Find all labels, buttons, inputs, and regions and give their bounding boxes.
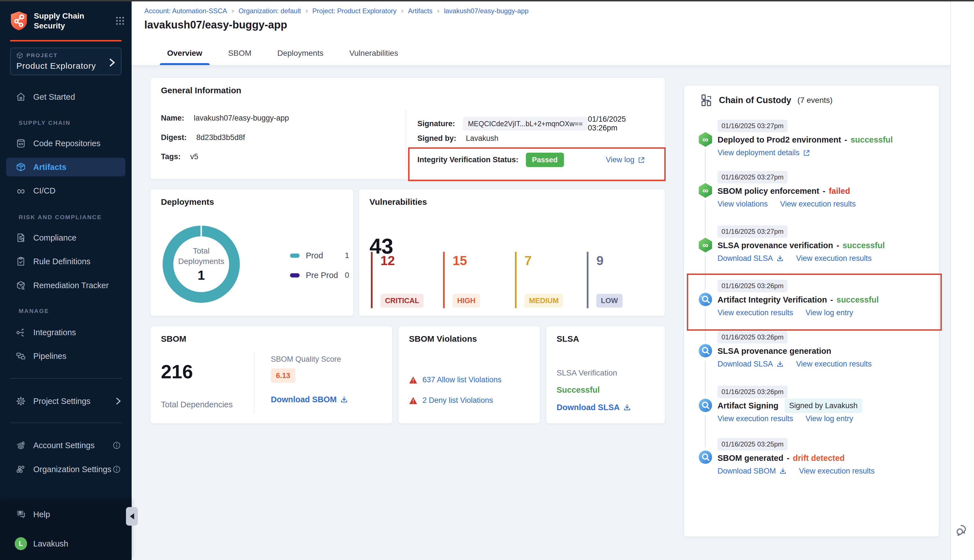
event-status: drift detected [793, 453, 845, 463]
right-rail [950, 2, 974, 560]
sbom-total-label: Total Dependencies [161, 400, 233, 409]
sidebar-item-compliance[interactable]: Compliance [6, 228, 125, 247]
field-integrity-status: Integrity Verification Status: Passed Vi… [417, 153, 645, 167]
external-link-icon [638, 156, 645, 164]
section-label-manage: MANAGE [18, 308, 49, 314]
breadcrumb-project[interactable]: Project: Product Exploratory [312, 7, 397, 15]
sidebar-item-help[interactable]: ? Help [6, 505, 125, 524]
chain-event-sbom-policy: 01/16/2025 03:27pm SBOM policy enforceme… [717, 171, 929, 208]
sidebar-item-pipelines[interactable]: Pipelines [6, 347, 125, 365]
field-signature: Signature: MEQCICde2VjIT...bL+2+mqnOXw==… [417, 115, 654, 132]
breadcrumb-separator: › [401, 7, 404, 15]
chevron-right-icon [109, 58, 115, 67]
sidebar-item-account-settings[interactable]: Account Settings [6, 436, 125, 455]
sidebar-item-rule-definitions[interactable]: Rule Definitions [6, 252, 125, 271]
project-selector-label: PROJECT [27, 52, 58, 58]
sidebar-item-cicd[interactable]: ∞ CI/CD [6, 182, 125, 200]
project-selector[interactable]: PROJECT Product Exploratory [10, 48, 122, 75]
sidebar-item-organization-settings[interactable]: Organization Settings [6, 460, 125, 478]
svg-text:∞: ∞ [702, 135, 709, 144]
tab-vulnerabilities[interactable]: Vulnerabilities [342, 42, 405, 65]
tab-deployments[interactable]: Deployments [270, 42, 330, 65]
field-digest: Digest: 8d23bd3b5d8f [161, 133, 245, 142]
view-violations-link[interactable]: View violations [717, 200, 768, 208]
tab-bar: Overview SBOM Deployments Vulnerabilitie… [132, 42, 950, 66]
module-grid-icon[interactable] [116, 17, 124, 25]
download-slsa-link[interactable]: Download SLSA [717, 360, 784, 368]
infinity-icon: ∞ [15, 186, 27, 196]
card-title: Vulnerabilities [369, 197, 427, 207]
event-timestamp: 01/16/2025 03:26pm [717, 280, 787, 292]
chain-of-custody-panel: Chain of Custody (7 events) ∞ ∞ ∞ [684, 85, 939, 537]
view-execution-results-link[interactable]: View execution results [799, 467, 874, 475]
signature-chip: MEQCICde2VjIT...bL+2+mqnOXw== [463, 117, 588, 131]
vertical-divider [405, 110, 406, 169]
sidebar-item-get-started[interactable]: Get Started [6, 88, 125, 106]
brand-accent-rule [10, 40, 122, 42]
page-header: Account: Automation-SSCA › Organization:… [132, 2, 950, 42]
svg-text:∞: ∞ [702, 186, 709, 195]
status-badge-passed: Passed [526, 153, 564, 167]
allow-list-violations-link[interactable]: 637 Allow list Violations [422, 375, 501, 384]
view-log-entry-link[interactable]: View log entry [806, 308, 853, 317]
legend-swatch-prod [290, 253, 300, 258]
card-title: General Information [161, 86, 241, 95]
view-execution-results-link[interactable]: View execution results [717, 414, 793, 423]
info-icon[interactable] [112, 441, 121, 450]
event-title: Artifact Integrity Verification - succes… [717, 293, 929, 306]
sidebar-collapse-handle[interactable] [126, 507, 138, 526]
download-sbom-link[interactable]: Download SBOM [717, 467, 787, 475]
view-execution-results-link[interactable]: View execution results [780, 200, 856, 208]
sidebar-divider [10, 423, 122, 423]
breadcrumb-separator: › [305, 7, 308, 15]
view-execution-results-link[interactable]: View execution results [796, 254, 872, 263]
legend-swatch-pre-prod [290, 273, 300, 277]
sbom-card: SBOM 216 Total Dependencies SBOM Quality… [150, 326, 393, 424]
breadcrumb-account[interactable]: Account: Automation-SSCA [144, 7, 227, 15]
legend-item-prod: Prod 1 [290, 246, 349, 265]
document-search-icon [15, 233, 27, 243]
card-title: Deployments [161, 197, 214, 207]
sidebar-item-label: Organization Settings [33, 465, 111, 474]
sidebar-item-project-settings[interactable]: Project Settings [6, 392, 125, 410]
card-title: SBOM [161, 334, 186, 344]
tab-overview[interactable]: Overview [160, 42, 210, 65]
app-logo-row: Supply ChainSecurity [10, 11, 124, 31]
deny-list-violations-link[interactable]: 2 Deny list Violations [422, 396, 493, 405]
view-log-link[interactable]: View log [605, 155, 645, 164]
sidebar-item-integrations[interactable]: Integrations [6, 323, 125, 342]
sidebar-item-remediation-tracker[interactable]: Remediation Tracker [6, 276, 125, 295]
clipboard-check-icon [15, 256, 27, 267]
card-title: SLSA [557, 334, 579, 344]
view-execution-results-link[interactable]: View execution results [717, 308, 793, 317]
pipeline-event-icon: ∞ [698, 237, 713, 253]
breadcrumb-organization[interactable]: Organization: default [238, 7, 301, 15]
general-information-card: General Information Name: lavakush07/eas… [150, 77, 665, 180]
event-timestamp: 01/16/2025 03:27pm [717, 225, 787, 238]
event-timestamp: 01/16/2025 03:25pm [717, 438, 787, 450]
cube-icon [16, 52, 23, 59]
view-deployment-details-link[interactable]: View deployment details [717, 148, 810, 157]
chain-event-artifact-signing: 01/16/2025 03:26pm Artifact Signing Sign… [717, 386, 929, 423]
view-log-entry-link[interactable]: View log entry [806, 414, 853, 423]
breadcrumb-artifacts[interactable]: Artifacts [408, 7, 433, 15]
sidebar-item-artifacts[interactable]: Artifacts [6, 158, 125, 176]
breadcrumb-current[interactable]: lavakush07/easy-buggy-app [444, 7, 529, 15]
severity-high: 15 HIGH [443, 252, 480, 308]
shield-logo-icon [10, 11, 28, 31]
sidebar-user[interactable]: L Lavakush [6, 534, 125, 553]
info-icon[interactable] [112, 465, 121, 473]
sidebar-item-label: Integrations [33, 328, 76, 337]
donut-center-total: 1 [198, 268, 205, 283]
org-tree-gear-icon [15, 464, 27, 474]
sidebar-item-code-repositories[interactable]: Code Repositories [6, 134, 125, 153]
chat-support-icon[interactable] [956, 523, 969, 537]
view-execution-results-link[interactable]: View execution results [796, 360, 872, 368]
sbom-total: 216 [161, 360, 193, 383]
download-sbom-link[interactable]: Download SBOM [271, 395, 348, 404]
event-title: Deployed to Prod2 environment - successf… [717, 133, 929, 146]
tab-sbom[interactable]: SBOM [221, 42, 259, 65]
download-slsa-link[interactable]: Download SLSA [557, 403, 631, 412]
user-name: Lavakush [33, 539, 68, 548]
download-slsa-link[interactable]: Download SLSA [717, 254, 784, 263]
